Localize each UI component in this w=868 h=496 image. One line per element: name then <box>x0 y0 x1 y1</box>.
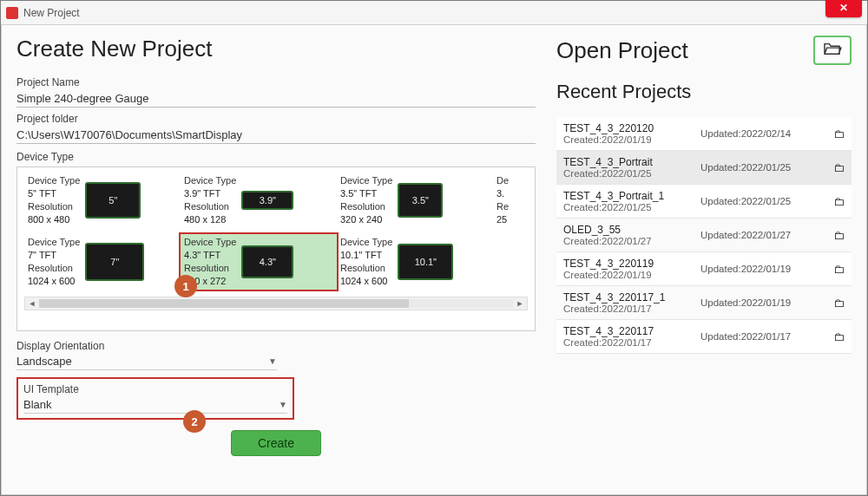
ui-template-highlight: UI Template Blank ▼ <box>16 377 294 420</box>
recent-updated: Updated:2022/02/14 <box>700 128 822 139</box>
orientation-select[interactable]: Landscape ▼ <box>16 352 277 370</box>
recent-project-item[interactable]: TEST_4_3_220119Created:2022/01/19Updated… <box>556 252 852 286</box>
recent-updated: Updated:2022/01/27 <box>700 230 822 240</box>
recent-project-item[interactable]: TEST_4_3_Portrait_1Created:2022/01/25Upd… <box>556 185 852 219</box>
recent-name: TEST_4_3_220120 <box>563 122 700 134</box>
device-option-5in[interactable]: Device Type 5" TFT Resolution 800 x 480 … <box>24 173 181 227</box>
recent-name: TEST_4_3_220117_1 <box>563 291 700 303</box>
create-button[interactable]: Create <box>231 430 321 456</box>
recent-project-item[interactable]: TEST_4_3_220120Created:2022/01/19Updated… <box>556 117 852 151</box>
scroll-right-icon[interactable]: ► <box>513 297 527 310</box>
recent-created: Created:2022/01/25 <box>563 202 700 212</box>
device-option-3-9in[interactable]: Device Type 3.9" TFT Resolution 480 x 12… <box>181 173 337 227</box>
recent-name: TEST_4_3_220117 <box>563 325 700 337</box>
recent-created: Created:2022/01/17 <box>563 337 700 348</box>
recent-project-item[interactable]: OLED_3_55Created:2022/01/27Updated:2022/… <box>556 219 852 252</box>
device-thumb: 3.5" <box>398 183 443 218</box>
annotation-badge-1: 1 <box>174 275 197 297</box>
annotation-badge-2: 2 <box>183 410 206 433</box>
device-option-10-1in[interactable]: Device Type 10.1" TFT Resolution 1024 x … <box>337 234 493 289</box>
app-icon <box>6 7 18 19</box>
device-thumb: 5" <box>85 182 141 219</box>
recent-project-item[interactable]: TEST_4_3_PortraitCreated:2022/01/25Updat… <box>556 151 852 185</box>
device-option-partial[interactable]: De 3. Re 25 <box>493 173 528 227</box>
chevron-down-icon: ▼ <box>279 400 287 409</box>
folder-open-icon <box>823 41 842 61</box>
device-scrollbar[interactable]: ◄ ► <box>24 297 528 310</box>
recent-updated: Updated:2022/01/17 <box>700 331 822 342</box>
folder-icon: 🗀 <box>822 263 845 276</box>
recent-created: Created:2022/01/25 <box>563 168 700 179</box>
ui-template-select[interactable]: Blank ▼ <box>23 395 287 414</box>
recent-created: Created:2022/01/17 <box>563 303 700 314</box>
orientation-label: Display Orientation <box>16 340 536 352</box>
recent-updated: Updated:2022/01/25 <box>700 162 822 173</box>
device-thumb: 7" <box>85 243 144 281</box>
recent-project-item[interactable]: TEST_4_3_220117_1Created:2022/01/17Updat… <box>556 286 852 320</box>
project-folder-label: Project folder <box>16 113 536 125</box>
recent-project-item[interactable]: TEST_4_3_220117Created:2022/01/17Updated… <box>556 320 852 354</box>
scroll-left-icon[interactable]: ◄ <box>25 297 39 310</box>
recent-projects-heading: Recent Projects <box>556 81 852 103</box>
project-name-input[interactable] <box>16 88 536 108</box>
recent-name: TEST_4_3_220119 <box>563 258 700 270</box>
page-title: Create New Project <box>16 36 536 62</box>
folder-icon: 🗀 <box>822 127 845 140</box>
recent-created: Created:2022/01/19 <box>563 270 700 280</box>
folder-icon: 🗀 <box>822 229 845 242</box>
close-button[interactable]: ✕ <box>825 0 862 17</box>
folder-icon: 🗀 <box>822 297 845 310</box>
recent-created: Created:2022/01/19 <box>563 134 700 145</box>
chevron-down-icon: ▼ <box>268 356 277 366</box>
recent-updated: Updated:2022/01/19 <box>700 297 822 308</box>
device-option-3-5in[interactable]: Device Type 3.5" TFT Resolution 320 x 24… <box>337 173 493 227</box>
ui-template-label: UI Template <box>23 383 287 395</box>
open-project-heading: Open Project <box>556 37 688 64</box>
recent-updated: Updated:2022/01/19 <box>700 264 822 274</box>
recent-name: TEST_4_3_Portrait_1 <box>563 190 700 202</box>
device-option-4-3in[interactable]: Device Type 4.3" TFT Resolution 480 x 27… <box>181 234 337 289</box>
recent-name: TEST_4_3_Portrait <box>563 156 700 168</box>
device-thumb: 3.9" <box>241 191 293 210</box>
recent-projects-list: TEST_4_3_220120Created:2022/01/19Updated… <box>556 117 852 354</box>
recent-updated: Updated:2022/01/25 <box>700 196 822 206</box>
titlebar: New Project <box>1 1 867 25</box>
device-type-section-label: Device Type <box>16 151 536 163</box>
window-title: New Project <box>23 7 80 19</box>
close-icon: ✕ <box>839 2 848 14</box>
project-folder-input[interactable] <box>16 125 536 144</box>
device-option-7in[interactable]: Device Type 7" TFT Resolution 1024 x 600… <box>24 234 181 289</box>
device-row: Device Type 5" TFT Resolution 800 x 480 … <box>24 173 528 227</box>
recent-name: OLED_3_55 <box>563 224 700 236</box>
device-row: Device Type 7" TFT Resolution 1024 x 600… <box>24 234 528 289</box>
folder-icon: 🗀 <box>822 330 845 343</box>
folder-icon: 🗀 <box>822 161 845 174</box>
device-thumb: 10.1" <box>398 244 453 280</box>
recent-created: Created:2022/01/27 <box>563 236 700 246</box>
folder-icon: 🗀 <box>822 195 845 208</box>
device-thumb: 4.3" <box>241 245 293 278</box>
device-type-panel: Device Type 5" TFT Resolution 800 x 480 … <box>16 166 536 331</box>
project-name-label: Project Name <box>16 76 536 88</box>
open-project-button[interactable] <box>813 36 852 65</box>
dialog-window: New Project ✕ Create New Project Project… <box>0 0 868 496</box>
